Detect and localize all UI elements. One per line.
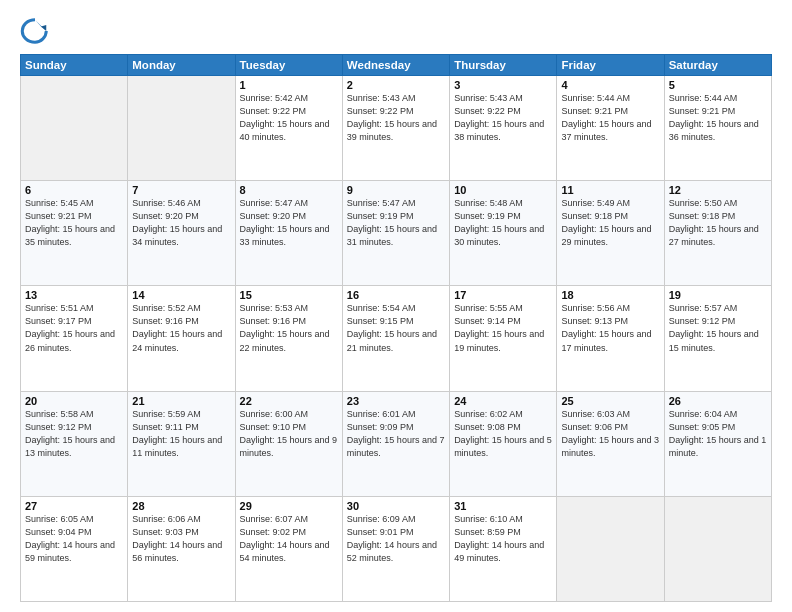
calendar-cell: 23Sunrise: 6:01 AMSunset: 9:09 PMDayligh…: [342, 391, 449, 496]
logo: [20, 16, 54, 46]
calendar-cell: 18Sunrise: 5:56 AMSunset: 9:13 PMDayligh…: [557, 286, 664, 391]
page: SundayMondayTuesdayWednesdayThursdayFrid…: [0, 0, 792, 612]
day-number: 31: [454, 500, 552, 512]
calendar-cell: [128, 76, 235, 181]
day-number: 21: [132, 395, 230, 407]
calendar-cell: 28Sunrise: 6:06 AMSunset: 9:03 PMDayligh…: [128, 496, 235, 601]
calendar-cell: 31Sunrise: 6:10 AMSunset: 8:59 PMDayligh…: [450, 496, 557, 601]
day-number: 20: [25, 395, 123, 407]
calendar-cell: [664, 496, 771, 601]
calendar-cell: 16Sunrise: 5:54 AMSunset: 9:15 PMDayligh…: [342, 286, 449, 391]
day-of-week-header: Saturday: [664, 55, 771, 76]
calendar-cell: 19Sunrise: 5:57 AMSunset: 9:12 PMDayligh…: [664, 286, 771, 391]
calendar-week-row: 27Sunrise: 6:05 AMSunset: 9:04 PMDayligh…: [21, 496, 772, 601]
day-info: Sunrise: 6:06 AMSunset: 9:03 PMDaylight:…: [132, 513, 230, 565]
day-number: 5: [669, 79, 767, 91]
header: [20, 16, 772, 46]
day-number: 1: [240, 79, 338, 91]
day-number: 16: [347, 289, 445, 301]
calendar-week-row: 13Sunrise: 5:51 AMSunset: 9:17 PMDayligh…: [21, 286, 772, 391]
day-number: 8: [240, 184, 338, 196]
day-number: 30: [347, 500, 445, 512]
calendar: SundayMondayTuesdayWednesdayThursdayFrid…: [20, 54, 772, 602]
day-info: Sunrise: 6:10 AMSunset: 8:59 PMDaylight:…: [454, 513, 552, 565]
calendar-cell: [21, 76, 128, 181]
calendar-week-row: 6Sunrise: 5:45 AMSunset: 9:21 PMDaylight…: [21, 181, 772, 286]
day-number: 13: [25, 289, 123, 301]
logo-icon: [20, 16, 50, 46]
day-info: Sunrise: 6:09 AMSunset: 9:01 PMDaylight:…: [347, 513, 445, 565]
calendar-cell: 13Sunrise: 5:51 AMSunset: 9:17 PMDayligh…: [21, 286, 128, 391]
calendar-cell: 7Sunrise: 5:46 AMSunset: 9:20 PMDaylight…: [128, 181, 235, 286]
day-info: Sunrise: 5:46 AMSunset: 9:20 PMDaylight:…: [132, 197, 230, 249]
day-of-week-header: Thursday: [450, 55, 557, 76]
day-number: 7: [132, 184, 230, 196]
calendar-cell: 30Sunrise: 6:09 AMSunset: 9:01 PMDayligh…: [342, 496, 449, 601]
day-info: Sunrise: 5:58 AMSunset: 9:12 PMDaylight:…: [25, 408, 123, 460]
day-info: Sunrise: 5:52 AMSunset: 9:16 PMDaylight:…: [132, 302, 230, 354]
day-number: 26: [669, 395, 767, 407]
day-number: 12: [669, 184, 767, 196]
calendar-week-row: 20Sunrise: 5:58 AMSunset: 9:12 PMDayligh…: [21, 391, 772, 496]
calendar-cell: 12Sunrise: 5:50 AMSunset: 9:18 PMDayligh…: [664, 181, 771, 286]
calendar-cell: 21Sunrise: 5:59 AMSunset: 9:11 PMDayligh…: [128, 391, 235, 496]
day-number: 10: [454, 184, 552, 196]
day-of-week-header: Sunday: [21, 55, 128, 76]
day-number: 18: [561, 289, 659, 301]
calendar-cell: 11Sunrise: 5:49 AMSunset: 9:18 PMDayligh…: [557, 181, 664, 286]
day-info: Sunrise: 5:54 AMSunset: 9:15 PMDaylight:…: [347, 302, 445, 354]
calendar-cell: 10Sunrise: 5:48 AMSunset: 9:19 PMDayligh…: [450, 181, 557, 286]
day-number: 6: [25, 184, 123, 196]
day-info: Sunrise: 5:56 AMSunset: 9:13 PMDaylight:…: [561, 302, 659, 354]
day-number: 17: [454, 289, 552, 301]
day-number: 24: [454, 395, 552, 407]
day-number: 29: [240, 500, 338, 512]
calendar-cell: 3Sunrise: 5:43 AMSunset: 9:22 PMDaylight…: [450, 76, 557, 181]
day-number: 14: [132, 289, 230, 301]
day-info: Sunrise: 6:04 AMSunset: 9:05 PMDaylight:…: [669, 408, 767, 460]
day-number: 23: [347, 395, 445, 407]
calendar-week-row: 1Sunrise: 5:42 AMSunset: 9:22 PMDaylight…: [21, 76, 772, 181]
calendar-cell: 9Sunrise: 5:47 AMSunset: 9:19 PMDaylight…: [342, 181, 449, 286]
calendar-cell: 17Sunrise: 5:55 AMSunset: 9:14 PMDayligh…: [450, 286, 557, 391]
day-number: 22: [240, 395, 338, 407]
day-info: Sunrise: 6:05 AMSunset: 9:04 PMDaylight:…: [25, 513, 123, 565]
calendar-cell: [557, 496, 664, 601]
day-number: 28: [132, 500, 230, 512]
day-number: 11: [561, 184, 659, 196]
day-of-week-header: Friday: [557, 55, 664, 76]
day-number: 3: [454, 79, 552, 91]
day-info: Sunrise: 5:53 AMSunset: 9:16 PMDaylight:…: [240, 302, 338, 354]
calendar-cell: 4Sunrise: 5:44 AMSunset: 9:21 PMDaylight…: [557, 76, 664, 181]
day-of-week-header: Wednesday: [342, 55, 449, 76]
day-info: Sunrise: 5:43 AMSunset: 9:22 PMDaylight:…: [347, 92, 445, 144]
day-number: 15: [240, 289, 338, 301]
day-info: Sunrise: 5:43 AMSunset: 9:22 PMDaylight:…: [454, 92, 552, 144]
calendar-cell: 5Sunrise: 5:44 AMSunset: 9:21 PMDaylight…: [664, 76, 771, 181]
day-number: 9: [347, 184, 445, 196]
day-info: Sunrise: 6:00 AMSunset: 9:10 PMDaylight:…: [240, 408, 338, 460]
day-info: Sunrise: 5:45 AMSunset: 9:21 PMDaylight:…: [25, 197, 123, 249]
day-info: Sunrise: 5:49 AMSunset: 9:18 PMDaylight:…: [561, 197, 659, 249]
day-info: Sunrise: 5:47 AMSunset: 9:19 PMDaylight:…: [347, 197, 445, 249]
calendar-cell: 2Sunrise: 5:43 AMSunset: 9:22 PMDaylight…: [342, 76, 449, 181]
day-info: Sunrise: 5:48 AMSunset: 9:19 PMDaylight:…: [454, 197, 552, 249]
day-info: Sunrise: 5:50 AMSunset: 9:18 PMDaylight:…: [669, 197, 767, 249]
calendar-cell: 22Sunrise: 6:00 AMSunset: 9:10 PMDayligh…: [235, 391, 342, 496]
day-info: Sunrise: 5:51 AMSunset: 9:17 PMDaylight:…: [25, 302, 123, 354]
day-number: 19: [669, 289, 767, 301]
calendar-cell: 29Sunrise: 6:07 AMSunset: 9:02 PMDayligh…: [235, 496, 342, 601]
day-info: Sunrise: 5:44 AMSunset: 9:21 PMDaylight:…: [561, 92, 659, 144]
day-number: 2: [347, 79, 445, 91]
day-of-week-header: Tuesday: [235, 55, 342, 76]
day-info: Sunrise: 6:02 AMSunset: 9:08 PMDaylight:…: [454, 408, 552, 460]
calendar-cell: 20Sunrise: 5:58 AMSunset: 9:12 PMDayligh…: [21, 391, 128, 496]
day-of-week-header: Monday: [128, 55, 235, 76]
day-info: Sunrise: 6:03 AMSunset: 9:06 PMDaylight:…: [561, 408, 659, 460]
day-info: Sunrise: 6:07 AMSunset: 9:02 PMDaylight:…: [240, 513, 338, 565]
calendar-cell: 6Sunrise: 5:45 AMSunset: 9:21 PMDaylight…: [21, 181, 128, 286]
day-number: 4: [561, 79, 659, 91]
day-info: Sunrise: 5:55 AMSunset: 9:14 PMDaylight:…: [454, 302, 552, 354]
day-info: Sunrise: 5:44 AMSunset: 9:21 PMDaylight:…: [669, 92, 767, 144]
calendar-header-row: SundayMondayTuesdayWednesdayThursdayFrid…: [21, 55, 772, 76]
